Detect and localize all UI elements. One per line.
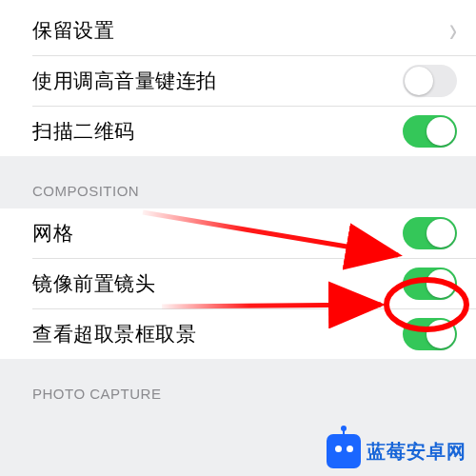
toggle-scan-qr[interactable]	[403, 115, 457, 148]
toggle-volume-burst[interactable]	[403, 65, 457, 97]
row-grid[interactable]: 网格	[0, 208, 476, 258]
section-header-composition: COMPOSITION	[0, 156, 476, 208]
toggle-grid[interactable]	[403, 217, 457, 249]
row-scan-qr[interactable]: 扫描二维码	[0, 107, 476, 156]
row-label: 查看超取景框取景	[32, 321, 403, 347]
row-label: 镜像前置镜头	[32, 270, 403, 297]
row-mirror-front-camera[interactable]: 镜像前置镜头	[0, 259, 476, 308]
section-header-photo-capture: PHOTO CAPTURE	[0, 359, 476, 411]
row-label: 扫描二维码	[32, 118, 403, 145]
row-view-outside-frame[interactable]: 查看超取景框取景	[0, 309, 476, 359]
toggle-view-outside-frame[interactable]	[403, 318, 457, 350]
row-label: 使用调高音量键连拍	[32, 68, 403, 94]
toggle-mirror-front-camera[interactable]	[403, 268, 457, 300]
row-preserve-settings[interactable]: 保留设置 ›	[0, 6, 476, 55]
settings-group-1: 保留设置 › 使用调高音量键连拍 扫描二维码	[0, 0, 476, 156]
row-label: 保留设置	[32, 17, 449, 44]
row-label: 网格	[32, 220, 403, 247]
robot-icon	[327, 434, 361, 468]
row-volume-burst[interactable]: 使用调高音量键连拍	[0, 56, 476, 106]
watermark: 蓝莓安卓网	[327, 434, 466, 468]
watermark-text: 蓝莓安卓网	[367, 439, 466, 465]
chevron-right-icon: ›	[449, 10, 457, 50]
settings-group-composition: 网格 镜像前置镜头 查看超取景框取景	[0, 208, 476, 359]
